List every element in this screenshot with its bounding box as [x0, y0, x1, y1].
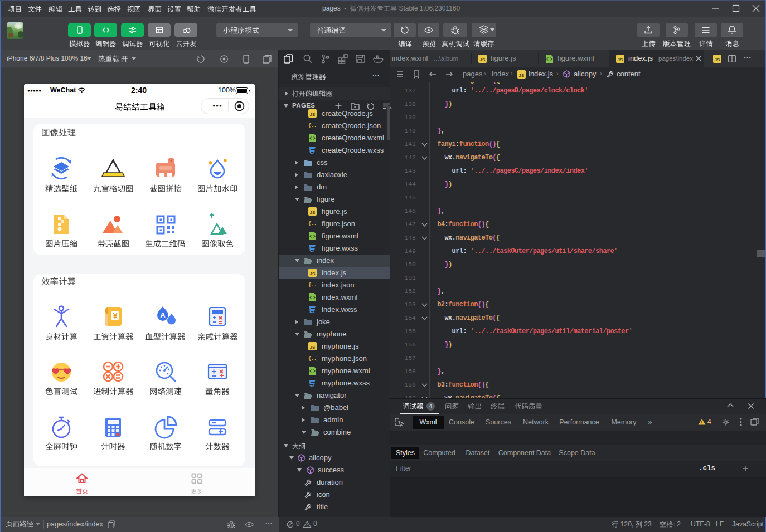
svg-text:JS: JS: [519, 73, 525, 78]
svg-text:A: A: [160, 311, 166, 319]
svg-text:JS: JS: [480, 57, 486, 62]
svg-text:JS: JS: [715, 57, 720, 62]
svg-text:JS: JS: [618, 57, 623, 62]
svg-text:JS: JS: [310, 112, 316, 117]
svg-text:JS: JS: [310, 271, 316, 276]
svg-text:JS: JS: [310, 345, 316, 350]
svg-text:JS: JS: [310, 210, 316, 215]
